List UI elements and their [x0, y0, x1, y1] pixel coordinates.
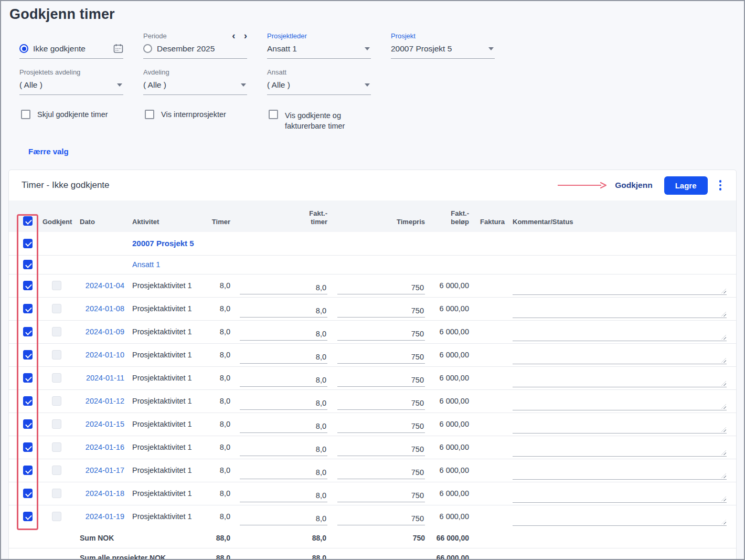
date-link[interactable]: 2024-01-10	[86, 351, 124, 359]
group-employee-label[interactable]: Ansatt 1	[126, 260, 736, 269]
row-select-checkbox[interactable]	[23, 512, 33, 521]
periode-value[interactable]: Desember 2025	[157, 44, 215, 54]
date-link[interactable]: 2024-01-12	[86, 397, 124, 405]
fakt-timer-input[interactable]: 8,0	[240, 512, 327, 525]
date-link[interactable]: 2024-01-18	[86, 489, 124, 498]
timepris-input[interactable]: 750	[337, 489, 425, 502]
fakt-timer-input[interactable]: 8,0	[240, 351, 327, 364]
comment-input[interactable]	[513, 305, 727, 318]
avdeling-select[interactable]: Avdeling ( Alle )	[143, 67, 247, 95]
godkjent-checkbox[interactable]	[52, 419, 61, 429]
row-select-checkbox[interactable]	[23, 489, 33, 498]
date-link[interactable]: 2024-01-16	[86, 443, 124, 451]
godkjent-checkbox[interactable]	[52, 489, 61, 498]
timepris-input[interactable]: 750	[337, 512, 425, 525]
group-project-checkbox[interactable]	[23, 239, 33, 248]
godkjent-checkbox[interactable]	[52, 327, 61, 336]
date-link[interactable]: 2024-01-08	[86, 304, 124, 313]
comment-input[interactable]	[513, 329, 727, 341]
date-link[interactable]: 2024-01-09	[86, 327, 124, 336]
timer-value: 8,0	[203, 413, 231, 436]
prosjektets-avdeling-select[interactable]: Prosjektets avdeling ( Alle )	[19, 67, 123, 95]
date-link[interactable]: 2024-01-15	[86, 420, 124, 428]
row-select-checkbox[interactable]	[23, 304, 33, 313]
periode-radio[interactable]	[143, 44, 152, 53]
timepris-input[interactable]: 750	[337, 443, 425, 456]
godkjent-checkbox[interactable]	[52, 350, 61, 360]
comment-input[interactable]	[513, 444, 727, 457]
comment-input[interactable]	[513, 375, 727, 387]
fakt-timer-input[interactable]: 8,0	[240, 374, 327, 387]
comment-input[interactable]	[513, 513, 727, 526]
godkjent-checkbox[interactable]	[52, 396, 61, 406]
comment-input[interactable]	[513, 282, 727, 295]
prosjektleder-select[interactable]: Prosjektleder Ansatt 1	[267, 31, 371, 59]
godkjent-checkbox[interactable]	[52, 281, 61, 290]
fakt-timer-input[interactable]: 8,0	[240, 397, 327, 410]
chevron-left-icon[interactable]: ‹	[232, 32, 235, 39]
row-select-checkbox[interactable]	[23, 281, 33, 290]
comment-input[interactable]	[513, 490, 727, 503]
vis-godkjente-fakturerbare-checkbox[interactable]	[269, 110, 278, 119]
kebab-icon	[719, 184, 722, 187]
group-employee-checkbox[interactable]	[23, 260, 33, 269]
godkjent-checkbox[interactable]	[52, 512, 61, 521]
skjul-godkjente-checkbox[interactable]	[21, 110, 30, 119]
activity-label: Prosjektaktivitet 1	[126, 274, 203, 297]
kebab-menu-button[interactable]	[716, 178, 725, 193]
row-select-checkbox[interactable]	[23, 419, 33, 429]
godkjent-checkbox[interactable]	[52, 442, 61, 452]
timepris-input[interactable]: 750	[337, 351, 425, 364]
row-select-checkbox[interactable]	[23, 442, 33, 452]
date-link[interactable]: 2024-01-19	[86, 512, 124, 521]
table-row: 2024-01-09 Prosjektaktivitet 1 8,0 8,0 7…	[9, 320, 736, 343]
faktura-value	[470, 482, 505, 505]
calendar-icon[interactable]	[113, 44, 123, 54]
comment-input[interactable]	[513, 398, 727, 410]
timepris-input[interactable]: 750	[337, 420, 425, 433]
fakt-timer-input[interactable]: 8,0	[240, 466, 327, 479]
date-link[interactable]: 2024-01-17	[86, 466, 124, 474]
godkjent-checkbox[interactable]	[52, 304, 61, 313]
timepris-input[interactable]: 750	[337, 327, 425, 341]
row-select-checkbox[interactable]	[23, 350, 33, 360]
ansatt-select[interactable]: Ansatt ( Alle )	[267, 67, 371, 95]
fakt-timer-input[interactable]: 8,0	[240, 420, 327, 433]
fewer-options-link[interactable]: Færre valg	[28, 147, 69, 156]
save-button[interactable]: Lagre	[664, 176, 708, 195]
row-select-checkbox[interactable]	[23, 466, 33, 475]
timepris-input[interactable]: 750	[337, 304, 425, 318]
group-row-employee: Ansatt 1	[9, 255, 736, 274]
date-link[interactable]: 2024-01-04	[86, 281, 124, 290]
date-link[interactable]: 2024-01-11	[86, 374, 124, 382]
fakt-timer-input[interactable]: 8,0	[240, 443, 327, 456]
status-filter: Ikke godkjente	[19, 43, 123, 59]
group-project-label[interactable]: 20007 Prosjekt 5	[126, 239, 736, 248]
timepris-input[interactable]: 750	[337, 466, 425, 479]
comment-input[interactable]	[513, 352, 727, 364]
timer-value: 8,0	[203, 482, 231, 505]
status-radio[interactable]	[19, 44, 28, 53]
timepris-input[interactable]: 750	[337, 397, 425, 410]
approve-button[interactable]: Godkjenn	[615, 181, 652, 190]
chevron-right-icon[interactable]: ›	[244, 32, 247, 39]
timepris-input[interactable]: 750	[337, 374, 425, 387]
vis-internprosjekter-checkbox[interactable]	[145, 110, 154, 119]
row-select-checkbox[interactable]	[23, 373, 33, 383]
faktura-value	[470, 436, 505, 459]
prosjekt-select[interactable]: Prosjekt 20007 Prosjekt 5	[391, 31, 495, 59]
godkjent-checkbox[interactable]	[52, 466, 61, 475]
fakt-timer-input[interactable]: 8,0	[240, 304, 327, 318]
card-title: Timer - Ikke godkjente	[22, 180, 110, 191]
godkjent-checkbox[interactable]	[52, 373, 61, 383]
comment-input[interactable]	[513, 421, 727, 434]
comment-input[interactable]	[513, 467, 727, 480]
activity-label: Prosjektaktivitet 1	[126, 343, 203, 366]
select-all-checkbox[interactable]	[23, 216, 33, 226]
fakt-timer-input[interactable]: 8,0	[240, 489, 327, 502]
timepris-input[interactable]: 750	[337, 281, 425, 294]
row-select-checkbox[interactable]	[23, 396, 33, 406]
row-select-checkbox[interactable]	[23, 327, 33, 336]
fakt-timer-input[interactable]: 8,0	[240, 281, 327, 294]
fakt-timer-input[interactable]: 8,0	[240, 327, 327, 341]
